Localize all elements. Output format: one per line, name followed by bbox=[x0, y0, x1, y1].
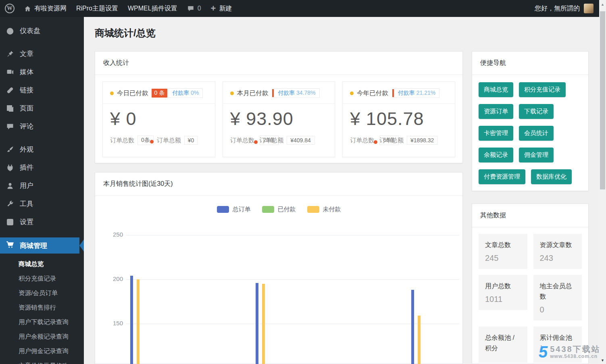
chart-bar-总订单 bbox=[411, 290, 414, 364]
comment-count: 0 bbox=[198, 5, 201, 12]
admin-sidebar: 仪表盘 文章 媒体 链接 页面 bbox=[0, 17, 84, 364]
user-avatar[interactable] bbox=[584, 4, 594, 13]
wordpress-logo-icon: W bbox=[5, 4, 15, 13]
legend-item-unpaid[interactable]: 未付款 bbox=[307, 206, 341, 213]
chain-link-icon bbox=[6, 86, 15, 94]
quicknav-points-recharge-button[interactable]: 积分充值记录 bbox=[519, 82, 566, 97]
submenu-sales-ranking[interactable]: 资源销售排行 bbox=[0, 300, 84, 315]
gold-dot-icon bbox=[110, 92, 114, 95]
home-icon bbox=[24, 5, 31, 12]
orange-dot-icon bbox=[150, 140, 154, 144]
sidebar-item-shop-management[interactable]: 商城管理 bbox=[0, 237, 84, 254]
tile-landlord-members: 地主会员总数 0 bbox=[533, 275, 582, 320]
comments-menu[interactable]: 0 bbox=[182, 0, 206, 17]
quicknav-commission-button[interactable]: 佣金管理 bbox=[519, 148, 554, 162]
pay-rate-badge: 付款率 34.78% bbox=[274, 88, 319, 98]
tile-resource-posts: 资源文章数 243 bbox=[533, 234, 582, 269]
quicknav-balance-records-button[interactable]: 余额记录 bbox=[479, 148, 513, 162]
site-home-link[interactable]: 有啦资源网 bbox=[19, 0, 71, 17]
tile-total-posts: 文章总数 245 bbox=[479, 234, 527, 269]
stat-card-year: 今年已付款 付款率 21.21% ¥ 105.78 订单总数 66条 订单总额 … bbox=[342, 81, 455, 157]
quicknav-db-optimize-button[interactable]: 数据库优化 bbox=[531, 169, 572, 184]
sidebar-item-plugins[interactable]: 插件 bbox=[0, 158, 84, 177]
y-axis-tick-label: 150 bbox=[97, 320, 123, 327]
submenu-shop-overview[interactable]: 商城总览 bbox=[0, 257, 84, 271]
user-icon bbox=[6, 182, 15, 190]
submenu-balance-records[interactable]: 用户余额记录查询 bbox=[0, 329, 84, 344]
stat-amount: ¥ 105.78 bbox=[350, 108, 448, 129]
sidebar-item-pages[interactable]: 页面 bbox=[0, 99, 84, 117]
scroll-down-arrow[interactable]: ▼ bbox=[599, 358, 606, 362]
tile-total-users: 用户总数 1011 bbox=[479, 275, 527, 310]
sidebar-item-appearance[interactable]: 外观 bbox=[0, 140, 84, 158]
gold-dot-icon bbox=[350, 92, 354, 95]
orange-dot-icon bbox=[374, 140, 377, 144]
scroll-up-arrow[interactable]: ▲ bbox=[599, 2, 606, 6]
quick-nav-title: 便捷导航 bbox=[472, 52, 588, 75]
sidebar-item-dashboard[interactable]: 仪表盘 bbox=[0, 22, 84, 40]
orange-dot-icon bbox=[254, 140, 258, 144]
submenu-batch-price[interactable]: 文章价格批量修改 bbox=[0, 358, 84, 364]
wordpress-logo-menu[interactable]: W bbox=[0, 0, 19, 17]
legend-swatch-green bbox=[262, 206, 274, 213]
paintbrush-icon bbox=[6, 146, 15, 154]
orders-total-badge: ¥0 bbox=[184, 136, 198, 145]
watermark-url: www.5438.com.cn bbox=[550, 354, 601, 359]
new-content-menu[interactable]: + 新建 bbox=[206, 0, 237, 17]
page-scrollbar[interactable]: ▲ ▼ bbox=[599, 0, 606, 364]
plug-icon bbox=[6, 164, 15, 172]
scrollbar-thumb[interactable] bbox=[600, 11, 605, 189]
sidebar-item-tools[interactable]: 工具 bbox=[0, 195, 84, 213]
gold-dot-icon bbox=[230, 92, 234, 95]
quicknav-card-key-button[interactable]: 卡密管理 bbox=[479, 126, 513, 141]
y-axis-tick-label: 250 bbox=[97, 231, 123, 238]
quick-nav-panel: 便捷导航 商城总览 积分充值记录 资源订单 下载记录 卡密管理 会员统计 余额记… bbox=[472, 51, 589, 191]
submenu-download-records[interactable]: 用户下载记录查询 bbox=[0, 315, 84, 329]
page-title: 商城统计/总览 bbox=[95, 27, 156, 40]
wrench-icon bbox=[6, 200, 15, 208]
pay-rate-badge: 付款率 21.21% bbox=[394, 88, 439, 98]
watermark-logo: 5 bbox=[539, 344, 548, 360]
stat-amount: ¥ 93.90 bbox=[230, 108, 328, 129]
dashboard-gauge-icon bbox=[6, 27, 15, 35]
submenu-points-recharge[interactable]: 积分充值记录 bbox=[0, 271, 84, 286]
submenu-commission-records[interactable]: 用户佣金记录查询 bbox=[0, 344, 84, 358]
user-greeting[interactable]: 您好，無所謂的 bbox=[535, 4, 580, 13]
chart-bar-未付款 bbox=[418, 316, 421, 364]
legend-item-total-orders[interactable]: 总订单 bbox=[217, 206, 251, 213]
legend-item-paid[interactable]: 已付款 bbox=[262, 206, 296, 213]
gridline bbox=[126, 235, 459, 235]
shop-submenu: 商城总览 积分充值记录 资源/会员订单 资源销售排行 用户下载记录查询 用户余额… bbox=[0, 254, 84, 364]
chart-bar-未付款 bbox=[137, 279, 140, 364]
quicknav-shop-overview-button[interactable]: 商城总览 bbox=[479, 82, 513, 97]
sidebar-item-posts[interactable]: 文章 bbox=[0, 45, 84, 63]
sliders-icon bbox=[6, 218, 15, 226]
plus-icon: + bbox=[211, 4, 216, 12]
quicknav-member-stats-button[interactable]: 会员统计 bbox=[519, 126, 554, 141]
plugin-settings-menu[interactable]: WPMEL插件设置 bbox=[123, 0, 182, 17]
orders-total-badge: ¥409.84 bbox=[287, 136, 314, 145]
chart-legend: 总订单 已付款 未付款 bbox=[95, 206, 462, 213]
quicknav-paid-resources-button[interactable]: 付费资源管理 bbox=[479, 169, 525, 184]
sidebar-item-comments[interactable]: 评论 bbox=[0, 117, 84, 135]
income-panel-title: 收入统计 bbox=[95, 52, 462, 75]
pay-rate-badge: 付款率 0% bbox=[168, 88, 203, 98]
other-data-panel: 其他数据 文章总数 245 资源文章数 243 用户总数 1011 地主会员总数… bbox=[472, 204, 589, 364]
sidebar-item-media[interactable]: 媒体 bbox=[0, 63, 84, 81]
sidebar-item-links[interactable]: 链接 bbox=[0, 81, 84, 99]
current-menu-arrow bbox=[79, 239, 84, 252]
other-data-title: 其他数据 bbox=[472, 204, 588, 227]
cart-icon bbox=[6, 240, 15, 251]
gridline bbox=[126, 279, 459, 280]
theme-settings-menu[interactable]: RiPro主题设置 bbox=[71, 0, 123, 17]
media-icon bbox=[6, 68, 15, 76]
submenu-resource-orders[interactable]: 资源/会员订单 bbox=[0, 286, 84, 300]
stat-amount: ¥ 0 bbox=[110, 108, 208, 129]
orders-count-badge: 0条 bbox=[137, 135, 154, 145]
quicknav-resource-orders-button[interactable]: 资源订单 bbox=[479, 104, 513, 119]
sidebar-item-users[interactable]: 用户 bbox=[0, 177, 84, 195]
paid-count-badge: 0 条 bbox=[152, 89, 168, 98]
sidebar-item-settings[interactable]: 设置 bbox=[0, 213, 84, 231]
quicknav-download-records-button[interactable]: 下载记录 bbox=[519, 104, 554, 119]
stat-card-today: 今日已付款 0 条 付款率 0% ¥ 0 订单总数 0条 订单总额 ¥0 bbox=[102, 81, 215, 157]
